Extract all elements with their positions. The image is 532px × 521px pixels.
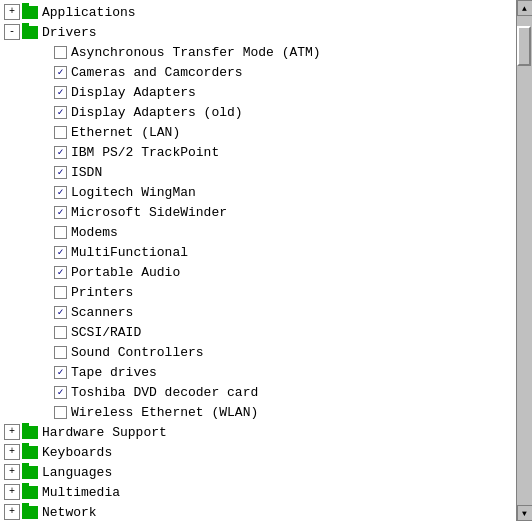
tree-item-display-old[interactable]: Display Adapters (old) xyxy=(0,102,516,122)
expand-icon-hardware[interactable]: + xyxy=(4,424,20,440)
item-label-languages: Languages xyxy=(42,465,112,480)
no-expand-spacer xyxy=(36,64,52,80)
tree-item-multifunctional[interactable]: MultiFunctional xyxy=(0,242,516,262)
checkbox-cameras[interactable] xyxy=(54,66,67,79)
no-expand-spacer xyxy=(36,244,52,260)
tree-item-portable-audio[interactable]: Portable Audio xyxy=(0,262,516,282)
no-expand-spacer xyxy=(36,84,52,100)
no-expand-spacer xyxy=(36,224,52,240)
tree-item-hardware[interactable]: +Hardware Support xyxy=(0,422,516,442)
item-label-sound: Sound Controllers xyxy=(71,345,204,360)
tree-item-wireless[interactable]: Wireless Ethernet (WLAN) xyxy=(0,402,516,422)
item-label-drivers: Drivers xyxy=(42,25,97,40)
tree-item-sound[interactable]: Sound Controllers xyxy=(0,342,516,362)
expand-icon-network[interactable]: + xyxy=(4,504,20,520)
tree-item-atm[interactable]: Asynchronous Transfer Mode (ATM) xyxy=(0,42,516,62)
item-label-applications: Applications xyxy=(42,5,136,20)
tree-item-logitech[interactable]: Logitech WingMan xyxy=(0,182,516,202)
tree-item-ethernet[interactable]: Ethernet (LAN) xyxy=(0,122,516,142)
checkbox-display-old[interactable] xyxy=(54,106,67,119)
folder-icon-applications xyxy=(22,6,38,19)
item-label-tape: Tape drives xyxy=(71,365,157,380)
no-expand-spacer xyxy=(36,44,52,60)
item-label-logitech: Logitech WingMan xyxy=(71,185,196,200)
folder-icon-keyboards xyxy=(22,446,38,459)
expand-icon-applications[interactable]: + xyxy=(4,4,20,20)
item-label-ethernet: Ethernet (LAN) xyxy=(71,125,180,140)
checkbox-tape[interactable] xyxy=(54,366,67,379)
folder-icon-drivers xyxy=(22,26,38,39)
expand-icon-languages[interactable]: + xyxy=(4,464,20,480)
tree-container[interactable]: +Applications-DriversAsynchronous Transf… xyxy=(0,0,516,521)
tree-item-drivers[interactable]: -Drivers xyxy=(0,22,516,42)
item-label-cameras: Cameras and Camcorders xyxy=(71,65,243,80)
tree-item-modems[interactable]: Modems xyxy=(0,222,516,242)
checkbox-portable-audio[interactable] xyxy=(54,266,67,279)
item-label-display-old: Display Adapters (old) xyxy=(71,105,243,120)
tree-item-printers[interactable]: Printers xyxy=(0,282,516,302)
checkbox-toshiba[interactable] xyxy=(54,386,67,399)
tree-item-network[interactable]: +Network xyxy=(0,502,516,521)
tree-item-display[interactable]: Display Adapters xyxy=(0,82,516,102)
item-label-multimedia: Multimedia xyxy=(42,485,120,500)
tree-item-applications[interactable]: +Applications xyxy=(0,2,516,22)
no-expand-spacer xyxy=(36,404,52,420)
tree-item-scsi[interactable]: SCSI/RAID xyxy=(0,322,516,342)
no-expand-spacer xyxy=(36,124,52,140)
checkbox-scanners[interactable] xyxy=(54,306,67,319)
checkbox-modems[interactable] xyxy=(54,226,67,239)
tree-item-microsoft[interactable]: Microsoft SideWinder xyxy=(0,202,516,222)
no-expand-spacer xyxy=(36,184,52,200)
no-expand-spacer xyxy=(36,104,52,120)
folder-icon-hardware xyxy=(22,426,38,439)
checkbox-microsoft[interactable] xyxy=(54,206,67,219)
item-label-microsoft: Microsoft SideWinder xyxy=(71,205,227,220)
tree-item-keyboards[interactable]: +Keyboards xyxy=(0,442,516,462)
checkbox-atm[interactable] xyxy=(54,46,67,59)
folder-icon-network xyxy=(22,506,38,519)
no-expand-spacer xyxy=(36,164,52,180)
tree-item-languages[interactable]: +Languages xyxy=(0,462,516,482)
scroll-up-button[interactable]: ▲ xyxy=(517,0,533,16)
item-label-display: Display Adapters xyxy=(71,85,196,100)
checkbox-logitech[interactable] xyxy=(54,186,67,199)
no-expand-spacer xyxy=(36,284,52,300)
item-label-keyboards: Keyboards xyxy=(42,445,112,460)
tree-item-isdn[interactable]: ISDN xyxy=(0,162,516,182)
expand-icon-drivers[interactable]: - xyxy=(4,24,20,40)
item-label-network: Network xyxy=(42,505,97,520)
scroll-track[interactable] xyxy=(517,16,532,505)
checkbox-multifunctional[interactable] xyxy=(54,246,67,259)
tree-item-tape[interactable]: Tape drives xyxy=(0,362,516,382)
expand-icon-keyboards[interactable]: + xyxy=(4,444,20,460)
item-label-scanners: Scanners xyxy=(71,305,133,320)
item-label-hardware: Hardware Support xyxy=(42,425,167,440)
item-label-ibm: IBM PS/2 TrackPoint xyxy=(71,145,219,160)
no-expand-spacer xyxy=(36,324,52,340)
tree-item-ibm[interactable]: IBM PS/2 TrackPoint xyxy=(0,142,516,162)
checkbox-ibm[interactable] xyxy=(54,146,67,159)
no-expand-spacer xyxy=(36,144,52,160)
checkbox-scsi[interactable] xyxy=(54,326,67,339)
checkbox-isdn[interactable] xyxy=(54,166,67,179)
expand-icon-multimedia[interactable]: + xyxy=(4,484,20,500)
checkbox-sound[interactable] xyxy=(54,346,67,359)
item-label-modems: Modems xyxy=(71,225,118,240)
tree-item-multimedia[interactable]: +Multimedia xyxy=(0,482,516,502)
scroll-down-button[interactable]: ▼ xyxy=(517,505,533,521)
tree-item-cameras[interactable]: Cameras and Camcorders xyxy=(0,62,516,82)
checkbox-wireless[interactable] xyxy=(54,406,67,419)
checkbox-printers[interactable] xyxy=(54,286,67,299)
tree-item-toshiba[interactable]: Toshiba DVD decoder card xyxy=(0,382,516,402)
checkbox-display[interactable] xyxy=(54,86,67,99)
item-label-isdn: ISDN xyxy=(71,165,102,180)
no-expand-spacer xyxy=(36,264,52,280)
item-label-portable-audio: Portable Audio xyxy=(71,265,180,280)
scroll-thumb[interactable] xyxy=(517,26,531,66)
item-label-multifunctional: MultiFunctional xyxy=(71,245,188,260)
no-expand-spacer xyxy=(36,384,52,400)
item-label-toshiba: Toshiba DVD decoder card xyxy=(71,385,258,400)
tree-item-scanners[interactable]: Scanners xyxy=(0,302,516,322)
scrollbar: ▲ ▼ xyxy=(516,0,532,521)
checkbox-ethernet[interactable] xyxy=(54,126,67,139)
